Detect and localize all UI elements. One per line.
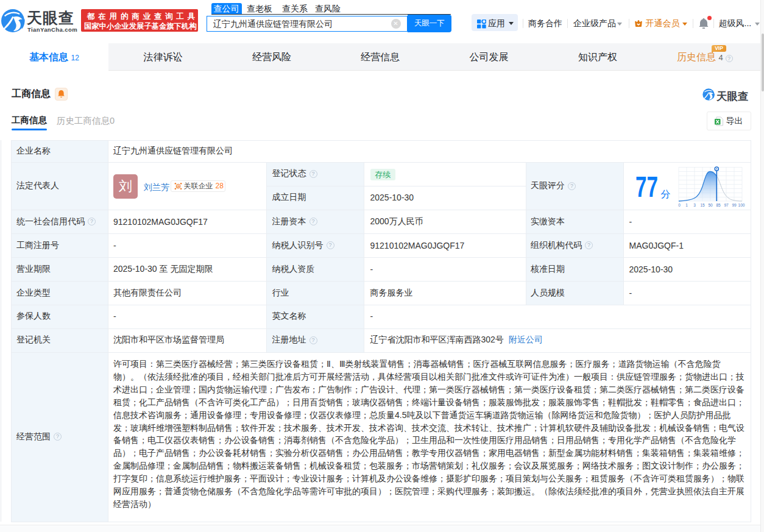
svg-text:97: 97 [724,203,729,207]
svg-text:85: 85 [716,203,721,207]
svg-text:企: 企 [175,183,180,188]
svg-text:3: 3 [693,203,696,207]
svg-text:1: 1 [685,203,688,207]
svg-text:50: 50 [708,203,713,207]
svg-text:100: 100 [738,203,745,207]
svg-text:0: 0 [678,203,681,207]
svg-text:15: 15 [700,203,705,207]
svg-text:99: 99 [732,203,737,207]
